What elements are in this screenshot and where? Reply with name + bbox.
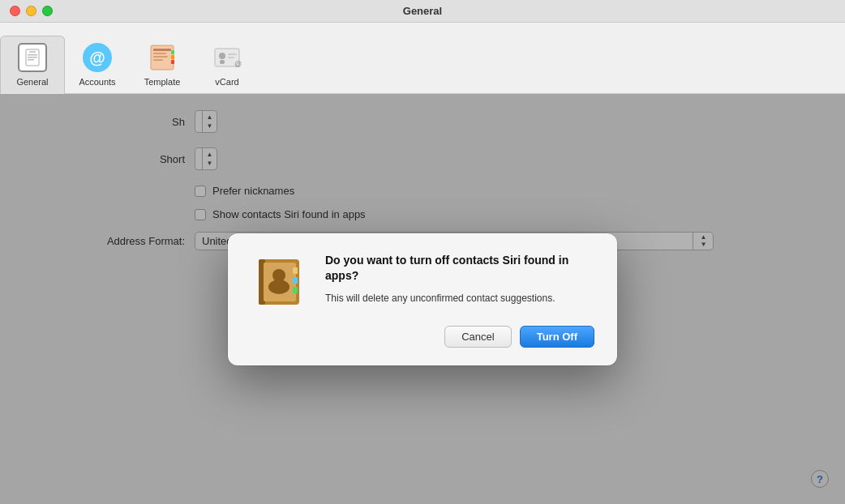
tab-general[interactable]: General [0,36,65,94]
svg-rect-10 [171,50,174,54]
tab-template[interactable]: Template [130,36,195,93]
cancel-button[interactable]: Cancel [444,326,511,348]
svg-rect-9 [153,59,163,61]
svg-rect-12 [171,60,174,64]
main-content: Sh ▲ ▼ Short ▲ ▼ Prefer nicknames Show c… [0,94,845,504]
dialog-buttons: Cancel Turn Off [251,326,594,348]
dialog-overlay: Do you want to turn off contacts Siri fo… [0,94,845,504]
tab-vcard[interactable]: @ vCard [195,36,260,93]
close-button[interactable] [10,6,20,16]
dialog-text-area: Do you want to turn off contacts Siri fo… [325,253,594,305]
svg-point-26 [268,280,290,294]
svg-rect-8 [153,56,168,58]
svg-rect-2 [28,54,37,56]
window-controls [10,6,53,16]
svg-rect-6 [153,49,171,51]
svg-rect-1 [29,51,36,53]
maximize-button[interactable] [42,6,53,16]
svg-rect-24 [293,287,298,293]
toolbar: General @ Accounts Template [0,23,845,94]
tab-vcard-label: vCard [215,77,238,87]
dialog-inner: Do you want to turn off contacts Siri fo… [251,253,594,311]
svg-rect-22 [293,267,298,274]
accounts-tab-icon: @ [81,41,114,74]
svg-rect-7 [153,53,166,54]
dialog-message: This will delete any unconfirmed contact… [325,291,594,305]
svg-rect-23 [293,277,298,284]
svg-text:@: @ [234,60,242,68]
svg-rect-11 [171,55,174,59]
svg-rect-4 [28,59,34,61]
tab-template-label: Template [144,77,181,87]
tab-accounts[interactable]: @ Accounts [65,36,130,93]
vcard-tab-icon: @ [211,41,243,74]
dialog-icon [251,253,309,311]
general-tab-icon [16,41,49,74]
template-tab-icon [146,41,178,74]
window-title: General [403,5,442,17]
title-bar: General [0,0,845,23]
svg-rect-16 [228,53,237,55]
tab-general-label: General [16,77,48,87]
svg-rect-17 [228,57,234,58]
minimize-button[interactable] [26,6,36,16]
dialog-title: Do you want to turn off contacts Siri fo… [325,253,594,284]
dialog: Do you want to turn off contacts Siri fo… [228,233,617,365]
turn-off-button[interactable]: Turn Off [520,326,594,348]
svg-point-14 [219,53,225,59]
tab-accounts-label: Accounts [79,77,115,87]
svg-rect-3 [28,57,37,58]
svg-rect-15 [220,60,225,64]
